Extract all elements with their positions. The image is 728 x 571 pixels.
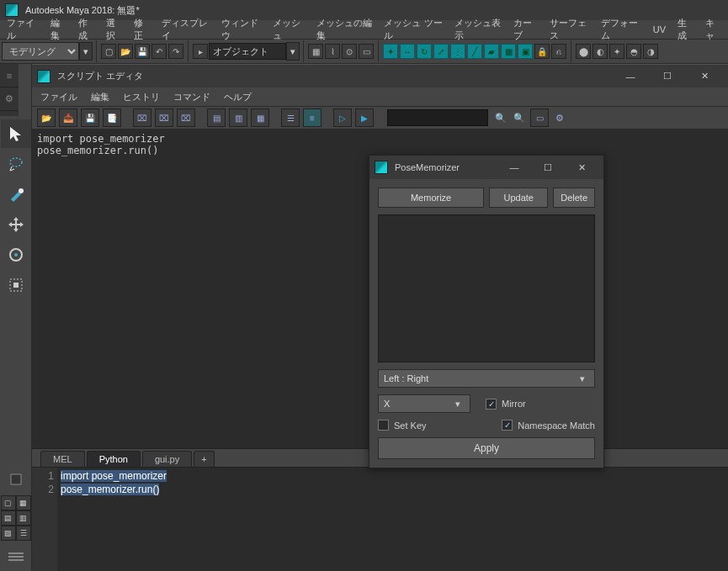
component-face-icon[interactable]: ▰ [484,44,499,59]
three-pane-icon[interactable]: ▧ [1,526,16,541]
outliner-icon[interactable] [1,542,31,571]
tab-python[interactable]: Python [87,451,141,467]
move-tool[interactable] [1,210,31,239]
object-dropdown-icon[interactable]: ▾ [286,42,300,61]
hypershade-icon[interactable]: ◓ [626,44,641,59]
settings-icon[interactable]: ⚙ [550,108,569,127]
se-menu-history[interactable]: ヒストリ [123,91,160,103]
panel-menu-icon[interactable]: ≡ [0,64,19,87]
pm-close-button[interactable]: ✕ [565,156,598,179]
menu-select[interactable]: 選択 [106,17,122,42]
execute-icon[interactable]: ▷ [333,108,352,127]
search-input[interactable] [387,109,488,126]
last-tool[interactable] [1,465,31,494]
execute-all-icon[interactable]: ▶ [355,108,374,127]
se-menu-command[interactable]: コマンド [173,91,210,103]
light-editor-icon[interactable]: ◑ [643,44,658,59]
tab-add[interactable]: + [194,451,214,467]
apply-button[interactable]: Apply [378,437,595,459]
two-pane-v-icon[interactable]: ▥ [16,510,31,526]
tab-mel[interactable]: MEL [40,451,85,467]
script-input-pane[interactable]: 12 import pose_memorizer pose_memorizer.… [32,468,728,571]
xform-move-icon[interactable]: ↔ [400,44,415,59]
scale-tool[interactable] [1,271,31,299]
menu-surfaces[interactable]: サーフェス [550,17,589,42]
memorize-button[interactable]: Memorize [378,188,484,208]
snap-grid-icon[interactable]: ▦ [308,44,323,59]
rotate-tool[interactable] [1,241,31,269]
script-input-text[interactable]: import pose_memorizer pose_memorizer.run… [57,468,728,571]
tab-gui[interactable]: gui.py [142,451,192,467]
side-select[interactable]: Left : Right ▾ [378,369,595,388]
select-mode-icon[interactable]: ▸ [193,44,208,59]
line-numbers-icon[interactable]: ≡ [303,108,321,127]
outliner-toggle-icon[interactable]: ☰ [16,526,31,541]
four-pane-icon[interactable]: ▦ [16,495,31,510]
panel-options-icon[interactable]: ⚙ [0,87,19,111]
pm-titlebar[interactable]: PoseMemorizer — ☐ ✕ [369,156,603,179]
menu-file[interactable]: ファイル [7,17,39,42]
clear-history-icon[interactable]: ⌧ [133,108,151,127]
snap-plane-icon[interactable]: ▭ [359,44,374,59]
show-input-icon[interactable]: ▥ [229,108,247,127]
pm-minimize-button[interactable]: — [497,156,531,179]
search-up-icon[interactable]: 🔍 [510,108,529,127]
save-script-icon[interactable]: 💾 [81,108,99,127]
workspace-select[interactable]: モデリング [2,42,79,61]
menu-mesh[interactable]: メッシュ [273,17,305,42]
menu-mesh-tools[interactable]: メッシュ ツール [384,17,442,42]
pm-maximize-button[interactable]: ☐ [531,156,565,179]
undo-icon[interactable]: ↶ [151,44,167,59]
menu-display[interactable]: ディスプレイ [162,17,210,42]
save-to-shelf-icon[interactable]: 📑 [103,108,121,127]
single-pane-icon[interactable]: ▢ [1,495,16,510]
clear-all-icon[interactable]: ⌧ [177,108,195,127]
menu-edit[interactable]: 編集 [50,17,66,42]
nsmatch-checkbox[interactable]: ✓ [502,420,513,431]
ipr-render-icon[interactable]: ◐ [592,44,608,59]
select-tool[interactable] [1,119,31,148]
menu-window[interactable]: ウィンドウ [221,17,261,42]
menu-cache[interactable]: キャ [705,17,721,42]
lock-icon[interactable]: 🔒 [534,44,550,59]
menu-uv[interactable]: UV [653,24,666,34]
show-both-icon[interactable]: ▦ [251,108,269,127]
snap-curve-icon[interactable]: ⌇ [325,44,340,59]
update-button[interactable]: Update [489,188,548,208]
menu-mesh-display[interactable]: メッシュ表示 [454,17,502,42]
open-scene-icon[interactable]: 📂 [118,44,133,59]
echo-all-icon[interactable]: ☰ [281,108,300,127]
menu-create[interactable]: 作成 [78,17,94,42]
axis-select[interactable]: X ▾ [378,394,470,413]
component-vtx-icon[interactable]: ⋮ [450,44,465,59]
menu-curves[interactable]: カーブ [513,17,537,42]
delete-button[interactable]: Delete [553,188,595,208]
menu-deform[interactable]: デフォーム [601,17,640,42]
render-view-icon[interactable]: ⬤ [576,44,591,59]
show-history-icon[interactable]: ▤ [207,108,226,127]
clear-input-icon[interactable]: ⌧ [155,108,173,127]
symmetry-icon[interactable]: ✦ [383,44,398,59]
new-scene-icon[interactable]: ▢ [101,44,116,59]
load-script-icon[interactable]: 📂 [37,108,56,127]
paint-select-tool[interactable] [1,180,31,209]
close-button[interactable]: ✕ [686,65,723,88]
pose-memorizer-window[interactable]: PoseMemorizer — ☐ ✕ Memorize Update Dele… [369,155,604,468]
se-menu-edit[interactable]: 編集 [91,91,109,103]
setkey-checkbox[interactable] [378,420,389,431]
xform-rotate-icon[interactable]: ↻ [417,44,432,59]
pose-list[interactable] [378,214,595,362]
se-menu-help[interactable]: ヘルプ [224,91,252,103]
component-uv-icon[interactable]: ▦ [501,44,516,59]
search-down-icon[interactable]: 🔍 [492,108,510,127]
save-scene-icon[interactable]: 💾 [135,44,150,59]
mirror-checkbox[interactable]: ✓ [486,399,497,410]
maximize-button[interactable]: ☐ [649,65,686,88]
object-field[interactable] [209,43,286,60]
redo-icon[interactable]: ↷ [168,44,183,59]
two-pane-h-icon[interactable]: ▤ [1,510,16,526]
render-icon[interactable]: ▣ [518,44,533,59]
component-edge-icon[interactable]: ╱ [467,44,482,59]
lasso-tool[interactable] [1,150,31,178]
menu-modify[interactable]: 修正 [134,17,150,42]
